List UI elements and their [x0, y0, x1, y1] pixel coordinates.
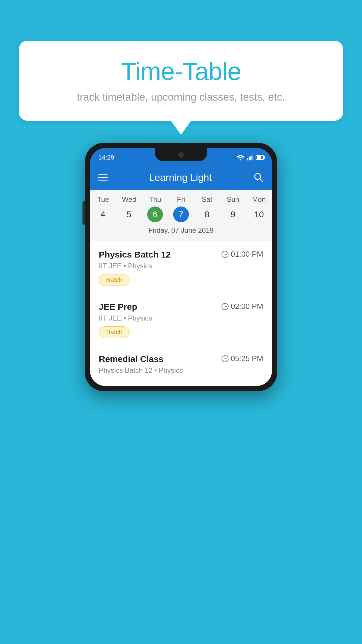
wifi-icon: [236, 155, 245, 160]
day-header-fri[interactable]: Fri: [168, 195, 194, 204]
signal-icon: [247, 155, 253, 160]
battery-icon: [256, 155, 264, 160]
speech-bubble-wrapper: Time-Table track timetable, upcoming cla…: [19, 41, 343, 121]
clock-icon-1: [222, 251, 229, 258]
search-button[interactable]: [253, 172, 264, 183]
schedule-title-2: JEE Prep: [99, 302, 137, 312]
schedule-subtitle-1: IIT JEE • Physics: [99, 262, 263, 270]
svg-point-5: [255, 174, 261, 179]
batch-tag-2: Batch: [99, 326, 130, 338]
batch-tag-1: Batch: [99, 274, 130, 286]
schedule-time-2: 02:00 PM: [222, 302, 263, 311]
schedule-time-3: 05:25 PM: [222, 354, 263, 363]
day-7-selected[interactable]: 7: [173, 206, 189, 222]
day-header-thu[interactable]: Thu: [142, 195, 168, 204]
svg-rect-2: [249, 157, 250, 160]
day-9[interactable]: 9: [220, 206, 246, 222]
phone-notch: [155, 148, 207, 161]
search-icon: [253, 172, 264, 183]
schedule-list: Physics Batch 12 01:00 PM IIT JEE • Phys…: [90, 241, 272, 386]
day-header-wed[interactable]: Wed: [116, 195, 142, 204]
bubble-title: Time-Table: [36, 57, 326, 86]
day-5[interactable]: 5: [116, 206, 142, 222]
schedule-subtitle-3: Physics Batch 12 • Physics: [99, 366, 263, 374]
day-header-sat[interactable]: Sat: [194, 195, 220, 204]
day-numbers: 4 5 6 7 8 9 10: [90, 206, 272, 222]
phone-wrapper: 14:29: [85, 143, 277, 391]
front-camera: [178, 152, 184, 158]
day-header-mon[interactable]: Mon: [246, 195, 272, 204]
speech-bubble: Time-Table track timetable, upcoming cla…: [19, 41, 343, 121]
schedule-title-1: Physics Batch 12: [99, 250, 171, 260]
calendar-strip: Tue Wed Thu Fri Sat Sun Mon 4 5 6 7 8 9 …: [90, 190, 272, 241]
phone-screen: 14:29: [90, 148, 272, 386]
svg-rect-1: [247, 158, 248, 160]
schedule-item-header-2: JEE Prep 02:00 PM: [99, 302, 263, 312]
svg-rect-3: [250, 156, 252, 160]
schedule-item-header-1: Physics Batch 12 01:00 PM: [99, 250, 263, 260]
day-8[interactable]: 8: [194, 206, 220, 222]
svg-rect-4: [252, 155, 253, 160]
day-4[interactable]: 4: [90, 206, 116, 222]
selected-date-label: Friday, 07 June 2019: [90, 226, 272, 239]
bubble-subtitle: track timetable, upcoming classes, tests…: [36, 91, 326, 103]
schedule-item-physics-batch[interactable]: Physics Batch 12 01:00 PM IIT JEE • Phys…: [90, 241, 272, 293]
schedule-time-1: 01:00 PM: [222, 250, 263, 259]
schedule-title-3: Remedial Class: [99, 354, 164, 364]
clock-icon-2: [222, 303, 229, 310]
app-bar: Learning Light: [90, 164, 272, 190]
hamburger-menu-icon[interactable]: [98, 174, 108, 181]
day-header-tue[interactable]: Tue: [90, 195, 116, 204]
day-headers: Tue Wed Thu Fri Sat Sun Mon: [90, 195, 272, 204]
day-header-sun[interactable]: Sun: [220, 195, 246, 204]
day-6-today[interactable]: 6: [147, 206, 163, 222]
schedule-item-jee-prep[interactable]: JEE Prep 02:00 PM IIT JEE • Physics Batc…: [90, 293, 272, 345]
svg-line-6: [260, 179, 263, 182]
status-icons: [236, 155, 264, 160]
schedule-item-remedial[interactable]: Remedial Class 05:25 PM Physics Batch 12…: [90, 345, 272, 386]
status-time: 14:29: [98, 154, 114, 161]
day-10[interactable]: 10: [246, 206, 272, 222]
app-title: Learning Light: [115, 172, 246, 183]
schedule-subtitle-2: IIT JEE • Physics: [99, 314, 263, 322]
clock-icon-3: [222, 355, 229, 362]
svg-point-0: [240, 159, 241, 161]
schedule-item-header-3: Remedial Class 05:25 PM: [99, 354, 263, 364]
phone-frame: 14:29: [85, 143, 277, 391]
